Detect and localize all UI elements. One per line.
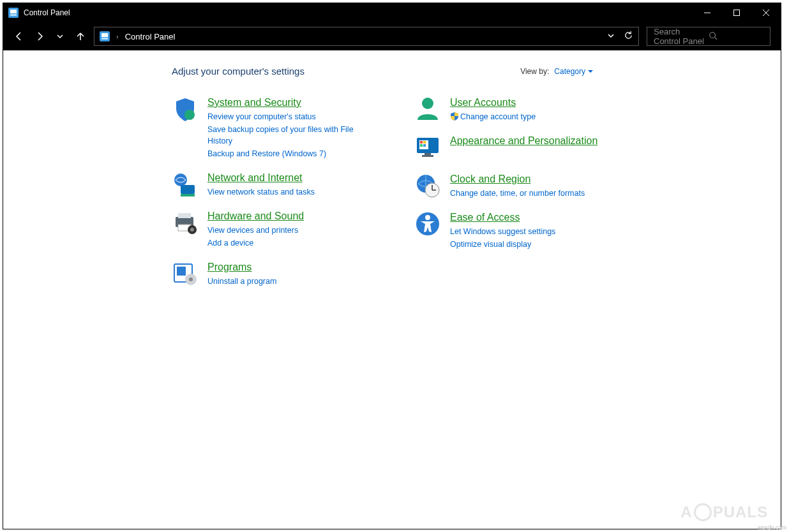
svg-point-13 bbox=[174, 174, 187, 186]
svg-point-10 bbox=[710, 32, 716, 38]
svg-point-20 bbox=[190, 228, 194, 232]
svg-rect-1 bbox=[10, 10, 17, 13]
control-panel-icon bbox=[100, 31, 110, 41]
svg-rect-30 bbox=[420, 144, 423, 147]
window-title: Control Panel bbox=[24, 8, 70, 17]
watermark: APUALS bbox=[680, 503, 768, 521]
minimize-button[interactable] bbox=[693, 3, 722, 22]
category-programs: Programs Uninstall a program bbox=[172, 260, 376, 287]
category-hardware-sound: Hardware and Sound View devices and prin… bbox=[172, 209, 376, 249]
svg-line-11 bbox=[715, 37, 718, 40]
category-network-internet: Network and Internet View network status… bbox=[172, 171, 376, 198]
category-link[interactable]: Ease of Access bbox=[450, 211, 555, 225]
uac-shield-icon bbox=[450, 112, 459, 121]
task-link[interactable]: Uninstall a program bbox=[207, 276, 276, 287]
titlebar: Control Panel bbox=[3, 3, 781, 22]
category-user-accounts: User Accounts Change account type bbox=[414, 96, 631, 122]
category-ease-of-access: Ease of Access Let Windows suggest setti… bbox=[414, 211, 631, 250]
chevron-down-icon bbox=[588, 69, 593, 74]
printer-icon bbox=[172, 209, 199, 236]
search-icon bbox=[709, 31, 763, 42]
address-bar[interactable]: › Control Panel bbox=[94, 27, 639, 46]
viewby-label: View by: bbox=[520, 67, 549, 76]
task-link[interactable]: Let Windows suggest settings bbox=[450, 226, 555, 237]
page-title: Adjust your computer's settings bbox=[172, 66, 304, 77]
task-link[interactable]: View devices and printers bbox=[207, 225, 304, 236]
task-link[interactable]: Backup and Restore (Windows 7) bbox=[207, 148, 376, 159]
category-appearance: Appearance and Personalization bbox=[414, 134, 631, 161]
svg-rect-22 bbox=[177, 267, 186, 276]
chevron-right-icon: › bbox=[116, 33, 119, 40]
maximize-button[interactable] bbox=[722, 3, 751, 22]
task-link[interactable]: Review your computer's status bbox=[207, 111, 376, 122]
svg-point-12 bbox=[184, 110, 195, 120]
search-placeholder: Search Control Panel bbox=[654, 27, 709, 46]
svg-rect-15 bbox=[181, 194, 195, 196]
back-button[interactable] bbox=[13, 31, 25, 42]
svg-point-24 bbox=[189, 277, 193, 281]
task-link[interactable]: Change account type bbox=[450, 111, 536, 122]
category-clock-region: Clock and Region Change date, time, or n… bbox=[414, 172, 631, 199]
svg-rect-14 bbox=[181, 185, 195, 194]
svg-rect-31 bbox=[423, 144, 426, 147]
category-link[interactable]: Network and Internet bbox=[207, 171, 315, 185]
svg-rect-33 bbox=[422, 155, 433, 157]
close-button[interactable] bbox=[751, 3, 781, 22]
monitor-icon bbox=[414, 134, 441, 161]
svg-rect-2 bbox=[10, 14, 17, 16]
search-input[interactable]: Search Control Panel bbox=[647, 27, 770, 46]
network-icon bbox=[172, 171, 199, 198]
clock-icon bbox=[414, 172, 441, 199]
category-link[interactable]: User Accounts bbox=[450, 96, 536, 110]
task-link[interactable]: View network status and tasks bbox=[207, 186, 315, 198]
programs-icon bbox=[172, 260, 199, 287]
up-button[interactable] bbox=[75, 31, 86, 42]
viewby-dropdown[interactable]: Category bbox=[554, 67, 593, 76]
window-frame: Control Panel bbox=[3, 3, 781, 529]
category-system-security: System and Security Review your computer… bbox=[172, 96, 376, 159]
svg-rect-4 bbox=[734, 10, 740, 16]
content-area: Adjust your computer's settings View by:… bbox=[3, 50, 781, 529]
navbar: › Control Panel Search Control Panel bbox=[3, 22, 781, 50]
breadcrumb-current[interactable]: Control Panel bbox=[125, 32, 176, 41]
page-header: Adjust your computer's settings View by:… bbox=[172, 66, 759, 77]
shield-icon bbox=[172, 96, 199, 122]
user-icon bbox=[414, 96, 441, 122]
svg-rect-32 bbox=[425, 153, 431, 155]
svg-rect-8 bbox=[101, 33, 108, 37]
mascot-icon bbox=[694, 503, 712, 521]
task-link[interactable]: Optimize visual display bbox=[450, 239, 555, 250]
category-column-right: User Accounts Change account type bbox=[414, 96, 631, 287]
history-dropdown-icon[interactable] bbox=[607, 32, 615, 41]
refresh-button[interactable] bbox=[624, 31, 633, 42]
task-link[interactable]: Change date, time, or number formats bbox=[450, 188, 585, 199]
category-link[interactable]: System and Security bbox=[207, 96, 376, 110]
svg-rect-9 bbox=[101, 38, 108, 40]
credit-text: wsxdn.com bbox=[758, 524, 786, 531]
svg-rect-17 bbox=[178, 213, 191, 218]
category-link[interactable]: Hardware and Sound bbox=[207, 209, 304, 223]
task-link[interactable]: Add a device bbox=[207, 237, 304, 249]
recent-locations-button[interactable] bbox=[54, 31, 66, 42]
svg-point-25 bbox=[422, 98, 433, 109]
svg-point-39 bbox=[425, 215, 430, 220]
task-link[interactable]: Save backup copies of your files with Fi… bbox=[207, 124, 376, 147]
svg-rect-29 bbox=[423, 141, 426, 144]
category-column-left: System and Security Review your computer… bbox=[172, 96, 376, 287]
category-link[interactable]: Appearance and Personalization bbox=[450, 134, 597, 148]
forward-button[interactable] bbox=[34, 31, 45, 42]
control-panel-icon bbox=[8, 8, 19, 18]
svg-rect-28 bbox=[420, 141, 423, 144]
category-link[interactable]: Clock and Region bbox=[450, 172, 585, 186]
category-link[interactable]: Programs bbox=[207, 260, 276, 274]
accessibility-icon bbox=[414, 211, 441, 237]
